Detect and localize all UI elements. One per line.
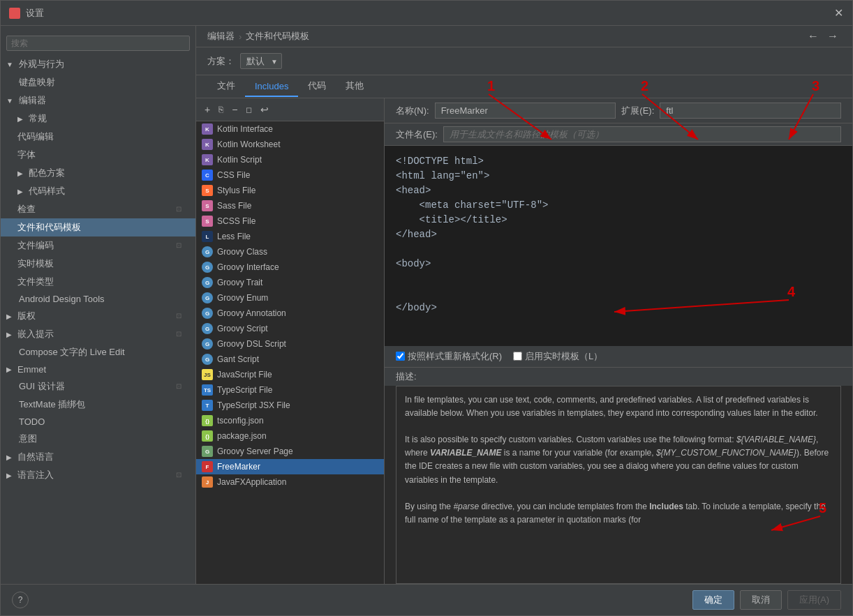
duplicate-template-button[interactable]: ◻ (243, 104, 255, 116)
sidebar-item-copyright[interactable]: ▶版权⊡ (1, 307, 195, 325)
file-item[interactable]: TSTypeScript File (196, 382, 384, 398)
reformat-checkbox-wrap[interactable]: 按照样式重新格式化(R) (396, 350, 502, 363)
cancel-button[interactable]: 取消 (740, 590, 782, 610)
file-item[interactable]: TTypeScript JSX File (196, 398, 384, 413)
sidebar-item-inlay-hints[interactable]: ▶嵌入提示⊡ (1, 325, 195, 343)
reset-template-button[interactable]: ↩ (258, 103, 272, 117)
tab-code[interactable]: 代码 (298, 75, 336, 98)
file-item[interactable]: GGroovy Annotation (196, 306, 384, 321)
name-ext-row: 名称(N): 扩展(E): (385, 98, 852, 123)
file-item[interactable]: KKotlin Script (196, 152, 384, 167)
scheme-select[interactable]: 默认 项目 (240, 53, 282, 69)
sidebar-item-label-file-code-templates: 文件和代码模板 (17, 221, 81, 234)
sidebar-item-ideas[interactable]: 意图 (1, 430, 195, 448)
sidebar-item-label-textmate: TextMate 插绑包 (19, 398, 85, 411)
sidebar-item-general[interactable]: ▶常规 (1, 110, 195, 128)
file-item[interactable]: GGroovy Enum (196, 290, 384, 306)
file-item[interactable]: GGroovy Interface (196, 260, 384, 275)
reformat-checkbox[interactable] (396, 352, 405, 361)
sidebar-item-textmate[interactable]: TextMate 插绑包 (1, 396, 195, 414)
sidebar-item-gui-designer[interactable]: GUI 设计器⊡ (1, 377, 195, 396)
tab-other[interactable]: 其他 (336, 75, 373, 98)
settings-indicator-copyright: ⊡ (176, 312, 184, 320)
sidebar-item-inspections[interactable]: 检查⊡ (1, 200, 195, 218)
file-item-label: Groovy Interface (217, 262, 279, 272)
confirm-button[interactable]: 确定 (692, 590, 734, 610)
file-item[interactable]: LLess File (196, 229, 384, 244)
scheme-select-wrap: 默认 项目 (240, 53, 282, 69)
groovy-icon: G (202, 323, 213, 334)
file-item[interactable]: GGroovy DSL Script (196, 336, 384, 352)
file-item[interactable]: KKotlin Worksheet (196, 137, 384, 152)
add-template-button[interactable]: + (202, 103, 213, 117)
settings-indicator-inspections: ⊡ (176, 205, 184, 213)
description-box: In file templates, you can use text, cod… (396, 386, 841, 585)
file-item-label: JavaScript File (217, 370, 272, 380)
name-input[interactable] (435, 103, 616, 119)
expand-arrow-emmet: ▶ (6, 366, 12, 373)
file-item[interactable]: GGroovy Script (196, 321, 384, 336)
sidebar-item-editor[interactable]: ▼编辑器 (1, 91, 195, 110)
copy-template-button[interactable]: ⎘ (216, 103, 226, 116)
sidebar-item-file-code-templates[interactable]: 文件和代码模板 (1, 218, 195, 236)
sidebar-item-code-editing[interactable]: 代码编辑 (1, 128, 195, 146)
file-item[interactable]: GGroovy Server Page (196, 444, 384, 459)
sidebar-item-label-inspections: 检查 (17, 203, 36, 216)
file-list-toolbar: + ⎘ − ◻ ↩ (196, 98, 384, 121)
file-item[interactable]: SSass File (196, 198, 384, 213)
file-item[interactable]: JJavaFXApplication (196, 474, 384, 490)
settings-indicator-gui-designer: ⊡ (176, 382, 184, 391)
file-item[interactable]: {}tsconfig.json (196, 413, 384, 428)
nav-forward-button[interactable]: → (824, 29, 841, 44)
sass-icon: S (202, 216, 213, 227)
file-item[interactable]: SStylus File (196, 183, 384, 198)
nav-row: 编辑器 › 文件和代码模板 ← → (196, 26, 852, 47)
close-button[interactable]: ✕ (833, 8, 844, 19)
reformat-label: 按照样式重新格式化(R) (408, 350, 502, 363)
sidebar-item-code-style[interactable]: ▶代码样式 (1, 182, 195, 200)
live-template-checkbox-wrap[interactable]: 启用实时模板（L） (513, 350, 602, 363)
remove-template-button[interactable]: − (229, 103, 240, 117)
sidebar-item-font[interactable]: 字体 (1, 146, 195, 164)
sidebar-item-color-scheme[interactable]: ▶配色方案 (1, 164, 195, 182)
scheme-label: 方案： (207, 55, 235, 68)
file-item[interactable]: GGroovy Class (196, 244, 384, 260)
bottom-bar: ? 确定 取消 应用(A) (1, 584, 852, 615)
filename-input[interactable] (443, 126, 841, 142)
sidebar-item-natural-lang[interactable]: ▶自然语言 (1, 448, 195, 466)
file-item[interactable]: FFreeMarker (196, 459, 384, 474)
sidebar-item-keymap[interactable]: 键盘映射 (1, 73, 195, 91)
ext-input[interactable] (660, 103, 841, 119)
sidebar-item-label-emmet: Emmet (17, 364, 46, 375)
file-item-label: FreeMarker (217, 462, 260, 472)
sidebar-item-label-android-design: Android Design Tools (19, 294, 105, 304)
file-item[interactable]: JSJavaScript File (196, 367, 384, 382)
tab-files[interactable]: 文件 (207, 75, 245, 98)
nav-back-button[interactable]: ← (805, 29, 822, 44)
search-input[interactable] (6, 36, 190, 51)
file-item[interactable]: GGroovy Trait (196, 275, 384, 290)
sidebar-item-appearance[interactable]: ▼外观与行为 (1, 55, 195, 73)
file-item-label: Kotlin Interface (217, 124, 273, 134)
file-item[interactable]: KKotlin Interface (196, 121, 384, 137)
file-item[interactable]: {}package.json (196, 428, 384, 444)
sidebar-item-file-types[interactable]: 文件类型 (1, 273, 195, 291)
tab-includes[interactable]: Includes (245, 77, 298, 97)
code-editor[interactable]: <!DOCTYPE html> <html lang="en"> <head> … (385, 146, 852, 346)
sidebar-item-file-encoding[interactable]: 文件编码⊡ (1, 236, 195, 255)
sidebar-item-android-design[interactable]: Android Design Tools (1, 291, 195, 307)
file-item[interactable]: GGant Script (196, 352, 384, 367)
sidebar-item-live-templates[interactable]: 实时模板 (1, 255, 195, 273)
live-template-checkbox[interactable] (513, 352, 522, 361)
sidebar-item-todo[interactable]: TODO (1, 414, 195, 430)
kotlin-icon: K (202, 139, 213, 150)
breadcrumb: 编辑器 › 文件和代码模板 (207, 30, 309, 43)
kotlin-icon: K (202, 123, 213, 135)
sidebar-item-emmet[interactable]: ▶Emmet (1, 361, 195, 377)
sidebar-item-compose-live-edit[interactable]: Compose 文字的 Live Edit (1, 343, 195, 361)
help-button[interactable]: ? (12, 592, 29, 608)
sidebar-item-lang-injection[interactable]: ▶语言注入⊡ (1, 466, 195, 484)
file-item[interactable]: CCSS File (196, 167, 384, 183)
file-item[interactable]: SSCSS File (196, 213, 384, 229)
apply-button[interactable]: 应用(A) (787, 590, 841, 610)
